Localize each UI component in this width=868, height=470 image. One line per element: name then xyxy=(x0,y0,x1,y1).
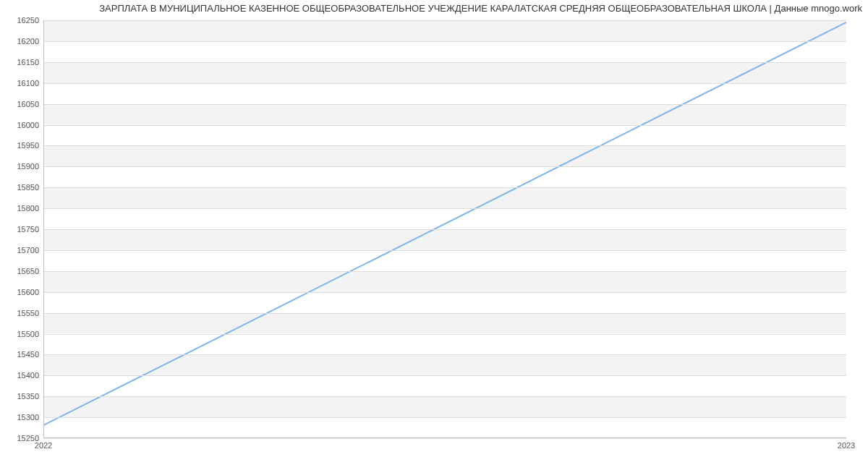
y-tick-label: 16050 xyxy=(4,100,39,108)
gridline xyxy=(44,166,846,167)
gridline xyxy=(44,187,846,188)
gridline xyxy=(44,334,846,335)
y-tick-label: 15750 xyxy=(4,225,39,234)
gridline xyxy=(44,20,846,21)
y-tick-label: 15550 xyxy=(4,309,39,317)
y-tick-label: 15450 xyxy=(4,350,39,359)
gridline xyxy=(44,208,846,209)
gridline xyxy=(44,313,846,314)
y-tick-label: 16000 xyxy=(4,121,39,129)
gridline xyxy=(44,125,846,126)
y-tick-label: 15300 xyxy=(4,413,39,422)
y-tick-label: 15600 xyxy=(4,288,39,296)
x-tick-label: 2022 xyxy=(35,441,52,450)
gridline xyxy=(44,271,846,272)
chart-container: ЗАРПЛАТА В МУНИЦИПАЛЬНОЕ КАЗЕННОЕ ОБЩЕОБ… xyxy=(0,0,868,470)
y-tick-label: 15800 xyxy=(4,204,39,213)
gridline xyxy=(44,417,846,418)
y-tick-label: 16200 xyxy=(4,37,39,46)
gridline xyxy=(44,41,846,42)
y-tick-label: 15700 xyxy=(4,246,39,255)
y-tick-label: 15650 xyxy=(4,267,39,275)
y-tick-label: 15900 xyxy=(4,162,39,171)
gridline xyxy=(44,104,846,105)
gridline xyxy=(44,250,846,251)
gridline xyxy=(44,229,846,230)
gridline xyxy=(44,354,846,355)
gridline xyxy=(44,83,846,84)
y-tick-label: 15950 xyxy=(4,141,39,150)
y-tick-label: 16150 xyxy=(4,58,39,67)
plot-area xyxy=(43,20,846,438)
gridline xyxy=(44,145,846,146)
y-tick-label: 15350 xyxy=(4,392,39,401)
gridline xyxy=(44,62,846,63)
y-tick-label: 15850 xyxy=(4,183,39,192)
gridline xyxy=(44,375,846,376)
y-tick-label: 15400 xyxy=(4,371,39,380)
chart-title: ЗАРПЛАТА В МУНИЦИПАЛЬНОЕ КАЗЕННОЕ ОБЩЕОБ… xyxy=(0,3,862,14)
gridline xyxy=(44,396,846,397)
y-tick-label: 15500 xyxy=(4,330,39,338)
y-tick-label: 16250 xyxy=(4,16,39,25)
gridline xyxy=(44,438,846,439)
x-tick-label: 2023 xyxy=(838,441,855,450)
gridline xyxy=(44,292,846,293)
y-tick-label: 16100 xyxy=(4,79,39,87)
